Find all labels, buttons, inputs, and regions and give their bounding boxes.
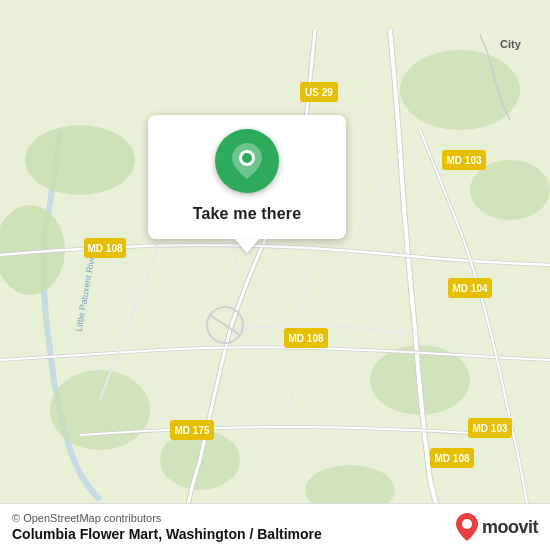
svg-text:City: City	[500, 38, 522, 50]
svg-point-4	[400, 50, 520, 130]
attribution-text: © OpenStreetMap contributors	[12, 512, 322, 524]
svg-text:MD 108: MD 108	[434, 453, 469, 464]
svg-text:MD 175: MD 175	[174, 425, 209, 436]
popup-pointer	[235, 239, 259, 253]
map-pin-circle	[215, 129, 279, 193]
popup-bubble: Take me there	[148, 115, 346, 253]
svg-text:US 29: US 29	[305, 87, 333, 98]
take-me-there-button[interactable]: Take me there	[193, 203, 302, 225]
footer-left: © OpenStreetMap contributors Columbia Fl…	[12, 512, 322, 542]
svg-text:MD 103: MD 103	[472, 423, 507, 434]
footer: © OpenStreetMap contributors Columbia Fl…	[0, 503, 550, 550]
moovit-logo: moovit	[456, 513, 538, 541]
popup-box: Take me there	[148, 115, 346, 239]
svg-text:MD 108: MD 108	[288, 333, 323, 344]
moovit-logo-text: moovit	[482, 517, 538, 538]
map-background: Little Patuxent River	[0, 0, 550, 550]
svg-point-29	[242, 153, 252, 163]
moovit-pin-icon	[456, 513, 478, 541]
location-name: Columbia Flower Mart, Washington / Balti…	[12, 526, 322, 542]
svg-text:MD 108: MD 108	[87, 243, 122, 254]
svg-text:MD 103: MD 103	[446, 155, 481, 166]
svg-point-7	[50, 370, 150, 450]
map-container: Little Patuxent River	[0, 0, 550, 550]
svg-point-30	[462, 519, 472, 529]
svg-point-2	[25, 125, 135, 195]
svg-text:MD 104: MD 104	[452, 283, 487, 294]
